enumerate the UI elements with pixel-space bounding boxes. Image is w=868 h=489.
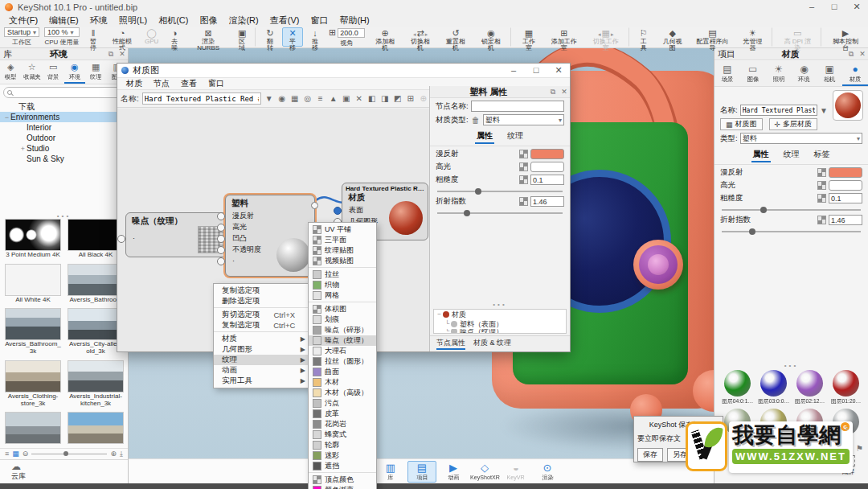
texture-menu-item[interactable]: 噪点（碎形） xyxy=(309,325,376,335)
material-subtab[interactable]: 标签 xyxy=(813,148,832,162)
environment-thumbnail[interactable]: All White 4K xyxy=(3,264,63,306)
material-library-item[interactable]: 图层03:0:0… xyxy=(755,370,792,405)
material-subtab[interactable]: 纹理 xyxy=(782,148,801,162)
toolbar-button[interactable]: ↓ 推移 xyxy=(305,27,326,47)
texture-map-icon[interactable] xyxy=(817,181,826,190)
texture-menu-item[interactable]: 木材（高级） xyxy=(309,388,376,398)
color-swatch[interactable] xyxy=(530,162,564,172)
panel-bottom-tab[interactable]: 节点属性 xyxy=(436,338,465,350)
color-swatch[interactable] xyxy=(530,149,564,159)
environment-thumbnail[interactable]: Aversis_Bathroom_3k xyxy=(3,308,63,357)
maximize-button[interactable]: □ xyxy=(823,0,845,14)
menu-item[interactable]: 照明(L) xyxy=(113,14,153,27)
material-library-item[interactable]: 图层02:12… xyxy=(792,370,828,405)
environment-thumbnail[interactable] xyxy=(66,412,125,447)
texture-menu-item[interactable]: 拉丝（圆形） xyxy=(309,356,376,367)
graph-menu-item[interactable]: 材质 xyxy=(121,78,148,89)
texture-menu-item[interactable]: 轮廓 xyxy=(309,440,376,450)
close-button[interactable]: ✕ xyxy=(547,64,570,78)
menu-item[interactable]: 编辑(E) xyxy=(43,14,84,27)
float-panel-icon[interactable]: ⧉ xyxy=(547,88,559,97)
library-tree-item[interactable]: Interior xyxy=(0,122,128,133)
splitter-handle[interactable]: ••• xyxy=(430,302,570,307)
toolbar-button[interactable]: ▤ 配置程序向导 xyxy=(691,27,735,47)
material-tree-item[interactable]: └ 塑料（表面） xyxy=(434,319,566,329)
toolbar-button[interactable]: ◉ 锁定相机 xyxy=(474,27,511,47)
graph-menu-item[interactable]: 窗口 xyxy=(203,78,230,89)
toolbar-button[interactable]: ⇄ 切换相机 xyxy=(403,27,437,47)
minimize-button[interactable]: – xyxy=(800,0,823,14)
property-slider[interactable] xyxy=(722,209,861,211)
context-menu-item[interactable]: 动画 ▶ xyxy=(214,365,312,376)
toolbar-button[interactable]: ▦ 工作室 xyxy=(515,27,542,47)
node-output-port[interactable] xyxy=(311,202,318,209)
library-tree-item[interactable]: +Studio xyxy=(0,143,128,154)
toolbar-button[interactable]: ▭ 高 DPI 渲染 xyxy=(776,27,821,47)
library-tab[interactable]: ☆ 收藏夹 xyxy=(22,60,43,84)
ribbon-item[interactable]: ⊙ 渲染 xyxy=(533,461,562,483)
duplicate-icon[interactable]: ▣ xyxy=(340,94,353,103)
texture-menu-item[interactable]: 划痕 xyxy=(309,314,376,325)
library-tab[interactable]: ▭ 背景 xyxy=(43,60,64,84)
project-tab[interactable]: ▣ 相机 xyxy=(817,61,842,86)
close-panel-icon[interactable]: ✕ xyxy=(559,88,570,96)
texture-menu-item[interactable]: 视频贴图 xyxy=(309,256,376,268)
link-material-icon[interactable]: ◧ xyxy=(366,94,379,103)
texture-menu-item[interactable]: 木材 xyxy=(309,377,376,388)
texture-menu-item[interactable]: 顶点颜色 xyxy=(309,475,376,485)
texture-map-icon[interactable] xyxy=(817,216,826,224)
splitter-handle[interactable]: ••• xyxy=(714,364,868,368)
texture-map-icon[interactable] xyxy=(519,175,528,184)
material-ball-icon[interactable]: ◉ xyxy=(276,94,289,103)
maximize-button[interactable]: □ xyxy=(525,64,547,78)
project-tab[interactable]: ▤ 场景 xyxy=(714,61,740,86)
multi-material-button[interactable]: ✛多层材质 xyxy=(769,118,818,130)
texture-menu-item[interactable]: 蜂窝式 xyxy=(309,429,376,440)
texture-menu-item[interactable]: 网格 xyxy=(309,290,376,302)
menu-item[interactable]: 环境 xyxy=(84,14,113,27)
grid-view-icon[interactable]: ▦ xyxy=(12,450,19,458)
material-name-input[interactable] xyxy=(740,105,817,116)
toolbar-button[interactable]: ◑ 去噪 xyxy=(164,27,185,47)
texture-map-icon[interactable] xyxy=(817,168,826,177)
value-input[interactable]: 1.46 xyxy=(530,196,564,207)
material-type-select[interactable]: 塑料 xyxy=(483,114,564,125)
toolbar-button[interactable]: ↻ 翻转 xyxy=(260,27,280,47)
material-subtab[interactable]: 属性 xyxy=(751,148,771,162)
context-menu-item[interactable]: 复制选定项 Ctrl+C xyxy=(214,320,312,332)
toolbar-button[interactable]: ‖ 暂停 xyxy=(83,27,104,47)
environment-thumbnail[interactable]: 3 Point Medium 4K xyxy=(3,219,63,261)
color-swatch[interactable] xyxy=(829,180,862,191)
panel-bottom-tab[interactable]: 材质 & 纹理 xyxy=(473,338,511,350)
property-slider[interactable] xyxy=(437,191,563,192)
context-menu-item[interactable]: 复制选定项 xyxy=(214,286,312,296)
library-tab[interactable]: ◈ 模型 xyxy=(0,60,22,84)
node-name-input[interactable] xyxy=(471,101,564,112)
unlink-material-icon[interactable]: ◨ xyxy=(379,94,391,103)
toolbar-button[interactable]: ▶ 脚本控制台 xyxy=(825,27,866,47)
node-input-port[interactable]: 高光 xyxy=(226,221,314,232)
texture-menu-item[interactable]: 大理石 xyxy=(309,346,376,356)
save-icon[interactable]: ▼ xyxy=(263,94,276,103)
close-button[interactable]: ✕ xyxy=(845,0,868,14)
properties-tab[interactable]: 属性 xyxy=(475,129,494,144)
texture-map-icon[interactable] xyxy=(519,197,528,206)
zoom-out-icon[interactable]: ⊖ xyxy=(23,450,29,458)
fov-field[interactable]: ⊞ 200.0 视角 xyxy=(329,27,365,47)
property-slider[interactable] xyxy=(722,231,861,232)
context-menu-item[interactable]: 材质 ▶ xyxy=(214,334,312,344)
menu-item[interactable]: 图像 xyxy=(194,14,223,27)
search-input[interactable] xyxy=(12,88,123,97)
value-input[interactable]: 0.1 xyxy=(829,193,862,203)
context-menu-item[interactable]: 删除选定项 xyxy=(214,296,312,308)
zoom-in-icon[interactable]: ⊕ xyxy=(110,450,117,458)
toolbar-button[interactable]: ↺ 重置相机 xyxy=(439,27,473,47)
ribbon-item[interactable]: ▤ 项目 xyxy=(407,461,436,483)
ribbon-item[interactable]: ▥ 库 xyxy=(376,461,405,483)
library-tree-item[interactable]: 下载 xyxy=(0,101,128,112)
texture-menu-item[interactable]: 体积图 xyxy=(309,304,376,314)
value-input[interactable]: 0.1 xyxy=(530,175,564,185)
toolbar-button[interactable]: ▣ 区域 xyxy=(231,27,256,47)
material-library-item[interactable]: 图层04:0:1… xyxy=(719,370,755,405)
environment-thumbnail[interactable]: Aversis_Industrial-kitchen_3k xyxy=(66,360,125,409)
